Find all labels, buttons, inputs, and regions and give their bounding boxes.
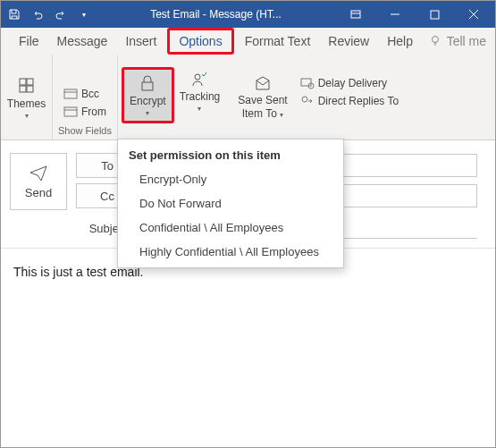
chevron-down-icon: ▾ <box>146 109 149 117</box>
group-label-show-fields: Show Fields <box>58 123 112 138</box>
menu-highly-confidential-all[interactable]: Highly Confidential \ All Employees <box>118 240 343 264</box>
svg-rect-12 <box>27 86 33 92</box>
send-icon <box>29 165 48 181</box>
svg-rect-9 <box>20 79 26 85</box>
undo-icon[interactable] <box>26 2 49 27</box>
tab-help[interactable]: Help <box>378 28 422 55</box>
svg-rect-19 <box>301 79 311 86</box>
encrypt-dropdown: Set permission on this item Encrypt-Only… <box>117 139 344 268</box>
from-icon <box>63 106 78 117</box>
group-show-fields: Bcc From Show Fields <box>53 55 118 139</box>
encrypt-button[interactable]: Encrypt ▾ <box>122 67 174 123</box>
close-button[interactable] <box>454 2 493 27</box>
themes-button[interactable]: Themes ▾ <box>2 72 51 123</box>
send-button[interactable]: Send <box>10 153 67 210</box>
tracking-button[interactable]: Tracking ▾ <box>174 67 226 116</box>
save-icon[interactable] <box>3 2 26 27</box>
tell-me[interactable]: Tell me <box>429 28 495 55</box>
chevron-down-icon: ▾ <box>25 112 29 120</box>
window-title: Test Email - Message (HT... <box>96 8 336 21</box>
minimize-button[interactable] <box>375 2 415 27</box>
tab-file[interactable]: File <box>10 28 48 55</box>
svg-rect-17 <box>142 82 153 90</box>
themes-icon <box>17 76 37 96</box>
chevron-down-icon: ▾ <box>280 111 283 119</box>
tab-review[interactable]: Review <box>319 28 378 55</box>
direct-replies-button[interactable]: Direct Replies To <box>297 93 402 109</box>
svg-rect-3 <box>431 11 439 19</box>
save-sent-item-button[interactable]: Save Sent Item To ▾ <box>232 72 292 123</box>
lock-icon <box>139 73 156 93</box>
from-button[interactable]: From <box>60 104 110 120</box>
menu-encrypt-only[interactable]: Encrypt-Only <box>118 167 343 191</box>
svg-rect-0 <box>351 11 360 18</box>
qat-more-icon[interactable]: ▾ <box>72 2 96 27</box>
tab-message[interactable]: Message <box>48 28 117 55</box>
save-sent-icon <box>254 75 272 93</box>
delay-delivery-button[interactable]: Delay Delivery <box>297 75 402 91</box>
tab-options[interactable]: Options <box>167 28 233 55</box>
menu-do-not-forward[interactable]: Do Not Forward <box>118 191 343 216</box>
bcc-icon <box>63 89 78 99</box>
lightbulb-icon <box>429 35 441 47</box>
svg-rect-13 <box>64 89 77 98</box>
ribbon-tabs: File Message Insert Options Format Text … <box>1 28 495 55</box>
group-permission: Encrypt ▾ Tracking ▾ <box>118 55 229 139</box>
svg-point-6 <box>432 37 438 43</box>
delay-icon <box>300 77 315 89</box>
svg-point-18 <box>195 74 200 80</box>
svg-rect-10 <box>27 79 33 85</box>
redo-icon[interactable] <box>49 2 72 27</box>
maximize-button[interactable] <box>415 2 454 27</box>
group-themes: Themes ▾ <box>1 55 53 139</box>
dropdown-header: Set permission on this item <box>118 143 343 167</box>
menu-confidential-all[interactable]: Confidential \ All Employees <box>118 216 343 240</box>
ribbon: Themes ▾ Bcc From Show Fields Encrypt ▾ <box>1 55 495 140</box>
group-more-options: Save Sent Item To ▾ Delay Delivery Direc… <box>229 55 409 139</box>
svg-rect-15 <box>64 107 77 116</box>
bcc-button[interactable]: Bcc <box>60 86 110 102</box>
tracking-icon <box>190 71 208 89</box>
chevron-down-icon: ▾ <box>198 105 201 113</box>
tab-format-text[interactable]: Format Text <box>236 28 320 55</box>
direct-replies-icon <box>300 95 315 107</box>
titlebar: ▾ Test Email - Message (HT... <box>1 1 495 28</box>
svg-point-21 <box>302 97 307 102</box>
ribbon-mode-icon[interactable] <box>336 2 375 27</box>
tab-insert[interactable]: Insert <box>116 28 165 55</box>
svg-rect-11 <box>20 86 26 92</box>
